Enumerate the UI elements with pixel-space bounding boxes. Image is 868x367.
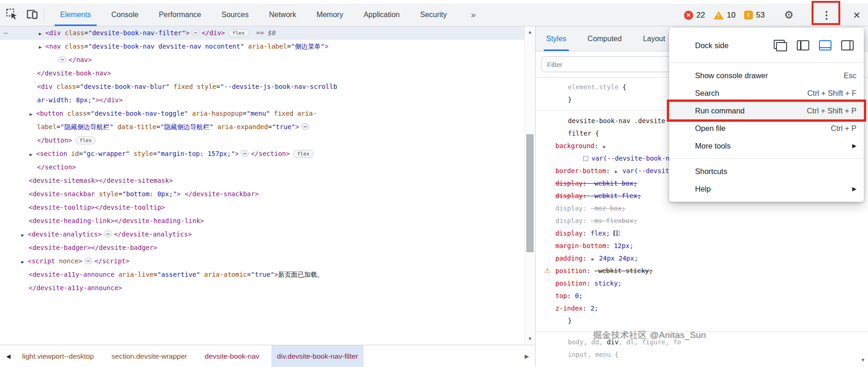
dom-row[interactable]: ▶<devsite-analytics>⋯</devsite-analytics…: [0, 228, 524, 241]
menu-item-label: Show console drawer: [695, 71, 768, 80]
dom-row[interactable]: <devsite-sitemask></devsite-sitemask>: [0, 174, 524, 187]
dom-row[interactable]: label="隐藏侧边导航栏" data-title="隐藏侧边导航栏" ari…: [0, 120, 524, 134]
dom-row[interactable]: ▶<button class="devsite-book-nav-toggle"…: [0, 107, 524, 120]
device-toolbar-icon[interactable]: [25, 8, 38, 22]
expand-arrow-icon[interactable]: ▶: [39, 27, 45, 40]
close-icon[interactable]: ✕: [853, 10, 861, 21]
css-line[interactable]: }: [539, 315, 868, 327]
menu-item-show-console-drawer[interactable]: Show console drawerEsc: [669, 67, 864, 84]
expand-arrow-icon[interactable]: ▶: [30, 107, 36, 121]
sidebar-tab-computed[interactable]: Computed: [586, 26, 623, 51]
styles-filter-input[interactable]: [541, 56, 672, 72]
issues-icon[interactable]: !: [744, 11, 753, 19]
code-token: position: [555, 280, 586, 287]
css-line[interactable]: display: -ms-flexbox;: [539, 215, 868, 227]
css-line[interactable]: input, menu {: [539, 348, 868, 361]
dom-row[interactable]: <devsite-snackbar style="bottom: 0px;"> …: [0, 187, 524, 201]
menu-item-more-tools[interactable]: More tools▶: [669, 137, 864, 155]
tab-sources[interactable]: Sources: [211, 4, 259, 26]
sidebar-tab-styles[interactable]: Styles: [545, 26, 568, 51]
breadcrumb-right-icon[interactable]: ▶: [519, 345, 535, 367]
warning-icon[interactable]: !: [714, 11, 724, 19]
css-line[interactable]: position: sticky;: [539, 277, 868, 290]
dom-scrollbar[interactable]: ▲ ▼: [524, 26, 535, 345]
dom-row[interactable]: <devsite-tooltip></devsite-tooltip>: [0, 201, 524, 214]
css-line[interactable]: display: -moz-box;: [539, 202, 868, 215]
dock-right-icon[interactable]: [841, 40, 854, 50]
dom-row[interactable]: </button>flex: [0, 134, 524, 147]
scroll-up-icon[interactable]: ▲: [525, 29, 535, 34]
code-token: "true": [272, 123, 295, 131]
breadcrumb-section-devsite-wrapper[interactable]: section.devsite-wrapper: [106, 345, 193, 367]
code-token: "devsite-book-nav devsite-nav nocontent": [88, 43, 244, 50]
tab-security[interactable]: Security: [410, 4, 457, 26]
expand-arrow-icon[interactable]: ▶: [21, 255, 28, 268]
error-icon[interactable]: ✕: [684, 11, 693, 20]
dom-row[interactable]: </devsite-book-nav>: [0, 67, 524, 80]
tab-application[interactable]: Application: [353, 4, 410, 26]
dom-row[interactable]: <devsite-badger></devsite-badger>: [0, 241, 524, 255]
dom-row[interactable]: ▶<section id="gc-wrapper" style="margin-…: [0, 147, 524, 161]
tab-network[interactable]: Network: [259, 4, 307, 26]
menu-item-open-file[interactable]: Open fileCtrl + P: [669, 119, 864, 137]
expand-arrow-icon[interactable]: ▶: [30, 148, 36, 161]
inspect-icon[interactable]: [6, 8, 18, 22]
more-tabs-icon[interactable]: »: [471, 4, 474, 26]
css-line[interactable]: top: 0;: [539, 290, 868, 302]
styles-scroll-down-icon[interactable]: ▼: [862, 357, 864, 362]
code-token: =: [76, 83, 80, 90]
css-line[interactable]: display: flex;: [539, 227, 868, 240]
issues-count[interactable]: 53: [756, 11, 765, 20]
code-token: </section>: [37, 163, 76, 171]
dom-row[interactable]: ▶<div class="devsite-book-nav-filter">⋯<…: [0, 26, 524, 40]
code-token: :: [586, 280, 594, 287]
code-token: =: [154, 271, 157, 278]
code-token: </section>: [251, 150, 289, 157]
dom-row[interactable]: <div class="devsite-book-nav-blur" fixed…: [0, 80, 524, 93]
code-token: display: [555, 230, 583, 237]
code-token: z-index: [555, 305, 583, 312]
tab-elements[interactable]: Elements: [50, 4, 101, 26]
dom-row[interactable]: </section>: [0, 161, 524, 174]
breadcrumb-left-icon[interactable]: ◀: [0, 345, 17, 367]
menu-item-run-command[interactable]: Run commandCtrl + Shift + P: [669, 102, 864, 119]
code-token: }: [568, 317, 572, 324]
ellipsis-badge: ⋯: [301, 123, 309, 130]
tab-console[interactable]: Console: [101, 4, 149, 26]
dom-row[interactable]: ▶<nav class="devsite-book-nav devsite-na…: [0, 40, 524, 53]
menu-item-help[interactable]: Help▶: [669, 180, 864, 198]
breadcrumb-div-devsite-book-nav-filter[interactable]: div.devsite-book-nav-filter: [271, 345, 363, 367]
code-token: =: [156, 123, 160, 131]
menu-item-search[interactable]: SearchCtrl + Shift + F: [669, 84, 864, 102]
scrollbar-thumb[interactable]: [526, 134, 534, 252]
dom-row[interactable]: ▶<script nonce>⋯</script>: [0, 255, 524, 268]
dom-row[interactable]: </devsite-a11y-announce>: [0, 281, 524, 295]
settings-gear-icon[interactable]: ⚙: [784, 9, 794, 21]
sidebar-tab-layout[interactable]: Layout: [641, 26, 666, 51]
tab-memory[interactable]: Memory: [306, 4, 353, 26]
css-line[interactable]: margin-bottom: 12px;: [539, 240, 868, 252]
menu-separator: [669, 158, 864, 159]
breadcrumb-devsite-book-nav[interactable]: devsite-book-nav: [199, 345, 265, 367]
tab-performance[interactable]: Performance: [148, 4, 211, 26]
scroll-down-icon[interactable]: ▼: [525, 336, 535, 341]
dom-row[interactable]: <devsite-a11y-announce aria-live="assert…: [0, 268, 524, 281]
error-count[interactable]: 22: [696, 11, 705, 20]
warning-count[interactable]: 10: [727, 11, 736, 20]
dom-row[interactable]: ar-width: 8px;"></div>: [0, 93, 524, 107]
menu-item-shortcuts[interactable]: Shortcuts: [669, 162, 864, 180]
breadcrumb-light-viewport-desktop[interactable]: light.viewport--desktop: [17, 345, 99, 367]
css-line[interactable]: ⚠position: -webkit-sticky;: [539, 265, 868, 277]
css-line[interactable]: z-index: 2;: [539, 302, 868, 315]
expand-arrow-icon[interactable]: ▶: [39, 40, 45, 54]
css-line[interactable]: padding: ▶ 24px 24px;: [539, 252, 868, 265]
dom-row[interactable]: ⋯</nav>: [0, 53, 524, 67]
undock-icon[interactable]: [774, 40, 787, 51]
expand-arrow-icon[interactable]: ▶: [21, 228, 28, 242]
dock-left-icon[interactable]: [797, 40, 809, 50]
code-token: background: [555, 142, 594, 149]
dom-row[interactable]: <devsite-heading-link></devsite-heading-…: [0, 214, 524, 228]
dock-bottom-icon[interactable]: [819, 40, 831, 50]
code-token: fixed: [270, 110, 294, 117]
code-token: position: [555, 267, 586, 274]
